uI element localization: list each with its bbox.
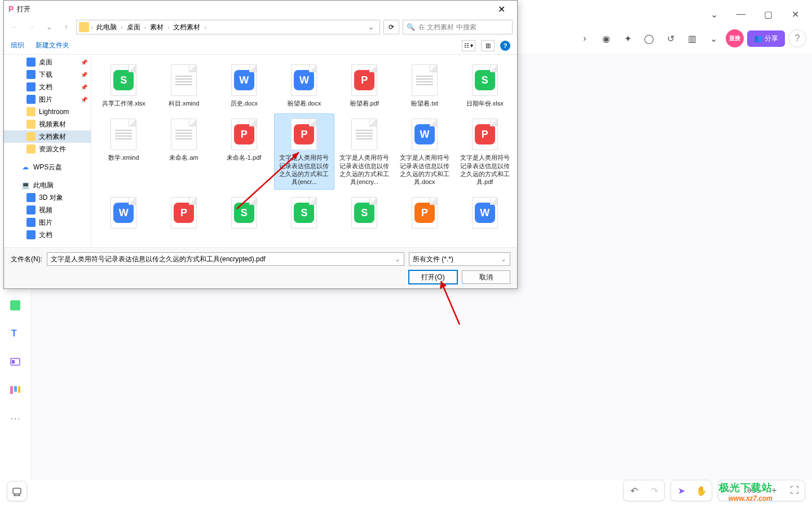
- tree-item[interactable]: 桌面📌: [4, 56, 91, 68]
- dialog-title: 打开: [17, 5, 30, 14]
- tree-item[interactable]: 视频素材: [4, 118, 91, 130]
- tree-item[interactable]: 文档素材: [4, 130, 91, 143]
- bg-close-icon[interactable]: ✕: [784, 6, 806, 23]
- file-item[interactable]: P盼望着.pdf: [334, 59, 395, 111]
- file-item[interactable]: W盼望着.docx: [274, 59, 334, 111]
- nav-refresh-button[interactable]: ⟳: [383, 20, 399, 34]
- file-item[interactable]: P: [154, 192, 214, 236]
- file-name-label: 盼望着.pdf: [350, 99, 379, 107]
- tree-item-label: 下载: [39, 70, 52, 80]
- filename-input[interactable]: 文字是人类用符号记录表达信息以传之久远的方式和工具(encrypted).pdf…: [47, 252, 404, 266]
- bg-more-icon[interactable]: ⌄: [704, 29, 722, 47]
- dropdown-icon[interactable]: ⌄: [395, 255, 400, 263]
- tree-item[interactable]: Lightroom: [4, 106, 91, 118]
- tree-item[interactable]: 图片📌: [4, 93, 91, 106]
- nav-forward-button[interactable]: →: [25, 20, 39, 34]
- view-mode-button[interactable]: ☷ ▾: [462, 40, 475, 51]
- open-button[interactable]: 打开(O): [409, 270, 457, 284]
- file-item[interactable]: S日期年份.xlsx: [454, 59, 515, 111]
- svg-rect-11: [27, 58, 35, 66]
- bg-history-icon[interactable]: ↺: [661, 29, 679, 47]
- watermark: 极光下载站 www.xz7.com: [719, 481, 773, 502]
- bg-sparkle-icon[interactable]: ✦: [619, 29, 637, 47]
- bg-tool-table-icon[interactable]: [6, 296, 24, 314]
- breadcrumb-dropdown-icon[interactable]: ⌄: [365, 23, 377, 31]
- file-item[interactable]: 数学.xmind: [94, 113, 154, 190]
- breadcrumb-seg[interactable]: 桌面: [125, 21, 143, 33]
- file-item[interactable]: S: [214, 192, 274, 236]
- file-item[interactable]: W: [454, 192, 515, 236]
- bg-chart-icon[interactable]: ▥: [683, 29, 701, 47]
- bg-hand-icon[interactable]: ✋: [691, 480, 712, 501]
- bg-minimize-icon[interactable]: —: [730, 6, 752, 23]
- file-icon: W: [109, 196, 138, 230]
- tree-item[interactable]: 💻此电脑: [4, 179, 91, 191]
- breadcrumb-seg[interactable]: 文档素材: [171, 21, 202, 33]
- bg-play-circle-icon[interactable]: ◉: [597, 29, 615, 47]
- file-item[interactable]: 未命名.am: [154, 113, 214, 190]
- bg-help-icon[interactable]: ?: [788, 29, 806, 47]
- folder-icon: [27, 144, 36, 154]
- search-input[interactable]: 🔍 在 文档素材 中搜索: [403, 20, 513, 34]
- bg-cursor-icon[interactable]: ➤: [671, 480, 691, 501]
- nav-back-button[interactable]: ←: [8, 20, 22, 34]
- file-item[interactable]: 文字是人类用符号记录表达信息以传之久远的方式和工具(encry...: [334, 113, 395, 190]
- bg-maximize-icon[interactable]: ▢: [757, 6, 779, 23]
- tree-item[interactable]: 视频: [4, 204, 91, 216]
- nav-up-button[interactable]: ↑: [59, 20, 73, 34]
- tree-item[interactable]: 图片: [4, 216, 91, 229]
- file-item[interactable]: W: [94, 192, 154, 236]
- bg-tool-text-icon[interactable]: T: [6, 325, 24, 343]
- file-type-badge: P: [354, 70, 374, 90]
- file-icon: [350, 117, 379, 151]
- bg-share-button[interactable]: 👥分享: [747, 30, 785, 47]
- bg-tool-more-icon[interactable]: ⋯: [6, 409, 24, 427]
- filename-label: 文件名(N):: [11, 255, 42, 264]
- tree-item[interactable]: ☁WPS云盘: [4, 161, 91, 173]
- bg-redo-icon[interactable]: ↷: [644, 480, 664, 501]
- file-item[interactable]: P文字是人类用符号记录表达信息以传之久远的方式和工具.pdf: [454, 113, 515, 190]
- file-item[interactable]: 盼望着.txt: [395, 59, 455, 111]
- file-item[interactable]: P未命名-1.pdf: [214, 113, 274, 190]
- file-item[interactable]: W历史.docx: [214, 59, 274, 111]
- bg-undo-icon[interactable]: ↶: [624, 480, 644, 501]
- bg-circle-icon[interactable]: ◯: [640, 29, 658, 47]
- dropdown-icon[interactable]: ⌄: [501, 255, 506, 263]
- dialog-help-icon[interactable]: ?: [500, 41, 510, 51]
- file-item[interactable]: S: [274, 192, 334, 236]
- breadcrumb-seg[interactable]: 此电脑: [94, 21, 119, 33]
- tree-item[interactable]: 3D 对象: [4, 191, 91, 204]
- bg-badge[interactable]: 显接: [726, 29, 744, 47]
- file-filter-select[interactable]: 所有文件 (*.*) ⌄: [409, 252, 510, 266]
- file-type-badge: P: [414, 203, 435, 223]
- bg-tool-card-icon[interactable]: [6, 353, 24, 371]
- tree-item-label: WPS云盘: [33, 163, 62, 172]
- file-item[interactable]: S共享工作簿.xlsx: [94, 59, 154, 111]
- bg-layers-button[interactable]: [7, 481, 27, 501]
- preview-pane-button[interactable]: ▥: [481, 40, 495, 51]
- nav-recent-dropdown[interactable]: ⌄: [42, 20, 56, 34]
- folder-icon: [27, 132, 36, 141]
- tree-item[interactable]: 文档📌: [4, 81, 91, 93]
- blue-icon: [27, 230, 36, 239]
- file-item[interactable]: P: [395, 192, 455, 236]
- cancel-button[interactable]: 取消: [462, 270, 510, 284]
- bg-fit-icon[interactable]: ⛶: [784, 480, 805, 501]
- pc-icon: 💻: [21, 181, 30, 190]
- file-item[interactable]: P文字是人类用符号记录表达信息以传之久远的方式和工具(encr...: [274, 113, 334, 190]
- new-folder-button[interactable]: 新建文件夹: [36, 41, 69, 50]
- bg-tool-kanban-icon[interactable]: [6, 381, 24, 399]
- organize-menu[interactable]: 组织: [11, 41, 24, 50]
- file-item[interactable]: S: [334, 192, 395, 236]
- file-item[interactable]: W文字是人类用符号记录表达信息以传之久远的方式和工具.docx: [395, 113, 455, 190]
- bg-chevron-right-icon[interactable]: ›: [576, 29, 594, 47]
- tree-item[interactable]: 下载📌: [4, 68, 91, 81]
- dialog-close-button[interactable]: ✕: [490, 4, 513, 15]
- file-item[interactable]: 科目.xmind: [154, 59, 214, 111]
- bg-chevron-down-icon[interactable]: ⌄: [703, 6, 725, 23]
- breadcrumb[interactable]: › 此电脑 › 桌面 › 素材 › 文档素材 › ⌄: [76, 20, 380, 34]
- breadcrumb-seg[interactable]: 素材: [148, 21, 166, 33]
- tree-item[interactable]: 文档: [4, 229, 91, 241]
- watermark-text: 极光下载站: [719, 481, 773, 494]
- tree-item[interactable]: 资源文件: [4, 143, 91, 155]
